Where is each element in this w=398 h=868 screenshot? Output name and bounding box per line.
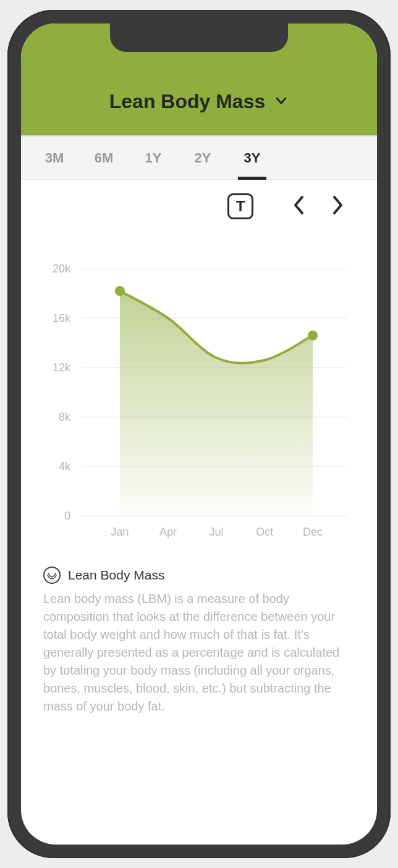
lean-body-mass-chart: 20k16k12k8k4k0JanAprJulOctDec [38,263,360,547]
svg-point-12 [115,286,125,296]
tab-3y[interactable]: 3Y [227,137,277,180]
svg-text:Oct: Oct [256,526,273,538]
chart-container: 20k16k12k8k4k0JanAprJulOctDec [21,225,377,555]
svg-text:12k: 12k [53,361,71,374]
svg-text:16k: 16k [53,312,71,324]
svg-point-13 [308,331,318,340]
chevron-down-icon [274,93,289,111]
tab-1y[interactable]: 1Y [129,137,178,180]
chart-toolbar: T [21,180,377,225]
info-head: Lean Body Mass [43,567,355,584]
today-button[interactable]: T [227,193,253,219]
svg-text:Apr: Apr [159,526,177,538]
info-block: Lean Body Mass Lean body mass (LBM) is a… [21,555,377,715]
tab-3m[interactable]: 3M [30,137,79,180]
info-text: Lean body mass (LBM) is a measure of bod… [43,590,355,715]
svg-text:20k: 20k [53,263,71,275]
chevron-left-icon [292,195,306,218]
svg-text:Jan: Jan [111,526,129,538]
hands-icon [43,567,61,584]
phone-frame: Lean Body Mass 3M 6M 1Y 2Y 3Y T [7,10,391,858]
svg-text:Dec: Dec [303,526,323,538]
metric-selector[interactable]: Lean Body Mass [109,90,289,113]
tab-2y[interactable]: 2Y [178,137,227,180]
next-button[interactable] [325,194,350,219]
svg-text:8k: 8k [59,411,71,423]
page-title: Lean Body Mass [109,90,266,113]
chevron-right-icon [331,195,344,218]
svg-text:4k: 4k [59,460,71,473]
phone-notch [110,23,288,52]
screen: Lean Body Mass 3M 6M 1Y 2Y 3Y T [21,23,377,845]
today-button-label: T [236,198,245,215]
info-title: Lean Body Mass [68,568,164,583]
svg-text:Jul: Jul [209,526,223,538]
svg-text:0: 0 [64,510,70,522]
range-tabs: 3M 6M 1Y 2Y 3Y [21,137,377,180]
tab-6m[interactable]: 6M [79,137,129,180]
prev-button[interactable] [287,194,311,219]
